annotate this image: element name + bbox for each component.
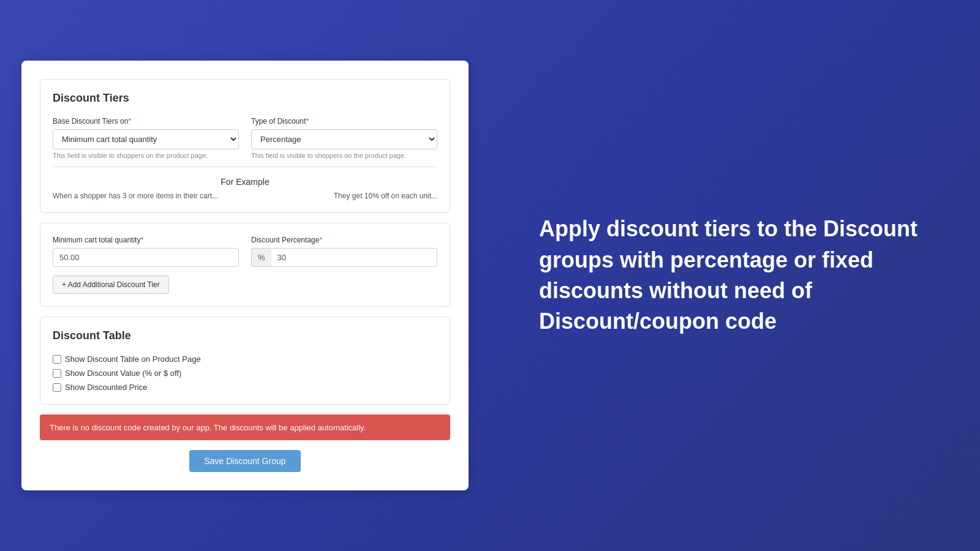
- add-tier-button[interactable]: + Add Additional Discount Tier: [53, 276, 169, 294]
- type-of-discount-group: Type of Discount* Percentage Fixed Amoun…: [251, 117, 437, 159]
- base-discount-label: Base Discount Tiers on*: [53, 117, 239, 126]
- tier-inputs-row: Minimum cart total quantity* Discount Pe…: [53, 236, 437, 267]
- right-panel: Apply discount tiers to the Discount gro…: [490, 177, 980, 374]
- base-discount-hint: This field is visible to shoppers on the…: [53, 152, 239, 159]
- save-discount-group-button[interactable]: Save Discount Group: [189, 450, 300, 472]
- alert-banner: There is no discount code created by our…: [40, 414, 450, 440]
- discount-tiers-section: Discount Tiers Base Discount Tiers on* M…: [40, 79, 450, 213]
- tier-input-section: Minimum cart total quantity* Discount Pe…: [40, 223, 450, 307]
- checkbox-discount-value-label[interactable]: Show Discount Value (% or $ off): [53, 369, 437, 378]
- discount-table-section: Discount Table Show Discount Table on Pr…: [40, 317, 450, 405]
- tier-min-group: Minimum cart total quantity*: [53, 236, 239, 267]
- tier-min-label: Minimum cart total quantity*: [53, 236, 239, 244]
- type-of-discount-label: Type of Discount*: [251, 117, 437, 126]
- type-of-discount-hint: This field is visible to shoppers on the…: [251, 152, 437, 159]
- checkbox-product-page-label[interactable]: Show Discount Table on Product Page: [53, 354, 437, 364]
- save-btn-row: Save Discount Group: [40, 450, 450, 472]
- discount-tiers-title: Discount Tiers: [53, 92, 437, 105]
- alert-text: There is no discount code created by our…: [50, 423, 366, 432]
- base-discount-select[interactable]: Minimum cart total quantity Minimum cart…: [53, 129, 239, 149]
- tier-min-input[interactable]: [53, 248, 239, 267]
- checkbox-product-page[interactable]: [53, 355, 61, 364]
- checkbox-discounted-price-label[interactable]: Show Discounted Price: [53, 383, 437, 392]
- type-of-discount-select[interactable]: Percentage Fixed Amount: [251, 129, 437, 149]
- left-panel: Discount Tiers Base Discount Tiers on* M…: [0, 0, 490, 551]
- discount-table-title: Discount Table: [53, 329, 437, 342]
- tier-discount-input-wrapper: %: [251, 248, 437, 267]
- discount-fields-row: Base Discount Tiers on* Minimum cart tot…: [53, 117, 437, 159]
- checkbox-discount-value[interactable]: [53, 369, 61, 378]
- for-example-right: They get 10% off on each unit...: [334, 192, 437, 200]
- tier-discount-input[interactable]: [271, 248, 437, 267]
- for-example-title: For Example: [53, 177, 437, 187]
- for-example-left: When a shopper has 3 or more items in th…: [53, 192, 218, 200]
- tier-discount-group: Discount Percentage* %: [251, 236, 437, 267]
- main-card: Discount Tiers Base Discount Tiers on* M…: [21, 61, 469, 490]
- for-example-row: When a shopper has 3 or more items in th…: [53, 192, 437, 200]
- promo-text: Apply discount tiers to the Discount gro…: [539, 214, 931, 337]
- checkbox-discounted-price[interactable]: [53, 383, 61, 392]
- for-example-section: For Example When a shopper has 3 or more…: [53, 167, 437, 200]
- tier-discount-prefix: %: [251, 248, 271, 267]
- tier-discount-label: Discount Percentage*: [251, 236, 437, 244]
- base-discount-group: Base Discount Tiers on* Minimum cart tot…: [53, 117, 239, 159]
- checkbox-group: Show Discount Table on Product Page Show…: [53, 354, 437, 392]
